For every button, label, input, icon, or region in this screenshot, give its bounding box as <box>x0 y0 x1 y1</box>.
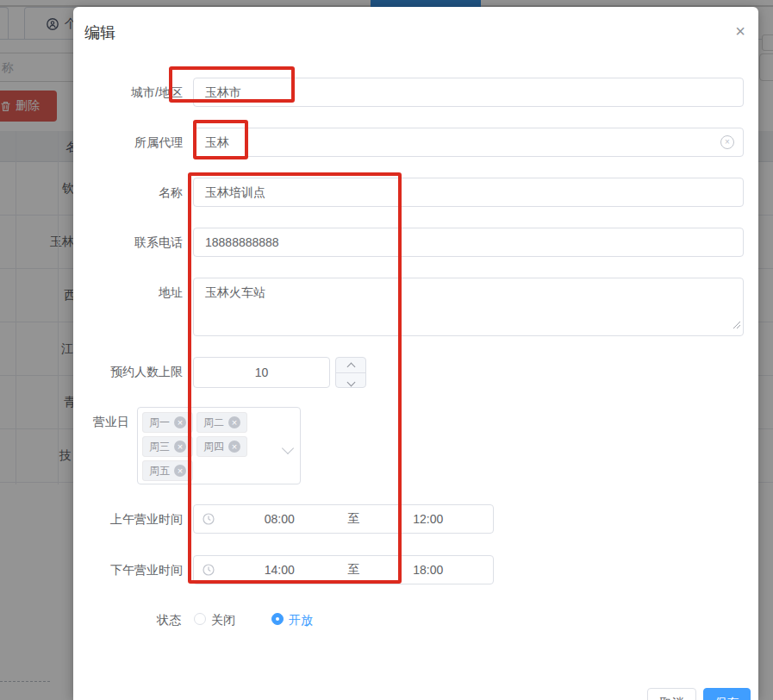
day-tag: 周三× <box>142 436 193 457</box>
day-tag: 周五× <box>142 460 193 481</box>
tag-close-icon[interactable]: × <box>174 416 186 428</box>
resize-grip-icon[interactable] <box>732 316 741 334</box>
radio-closed[interactable] <box>194 613 206 625</box>
annotation-box-city <box>169 66 295 103</box>
name-label: 名称 <box>73 178 183 207</box>
clear-icon[interactable]: × <box>720 135 734 149</box>
address-label: 地址 <box>73 278 183 307</box>
afternoon-hours-label: 下午营业时间 <box>73 555 183 584</box>
phone-label: 联系电话 <box>73 228 183 257</box>
screen: 个 称 删除 名 钦 玉林 西 江 青 技 编辑 × 城市/地区 玉林市 所属代… <box>0 0 773 700</box>
annotation-box-fields <box>188 172 402 584</box>
business-days-label: 营业日 <box>73 407 129 436</box>
tag-close-icon[interactable]: × <box>174 465 186 477</box>
booking-limit-row: 10 <box>73 357 758 388</box>
save-button[interactable]: 保存 <box>703 688 751 700</box>
annotation-box-agent <box>193 120 248 159</box>
city-label: 城市/地区 <box>73 78 183 107</box>
cancel-button[interactable]: 取消 <box>647 688 696 700</box>
dialog-title: 编辑 <box>84 22 115 43</box>
day-tag: 周一× <box>142 412 193 433</box>
morning-hours-label: 上午营业时间 <box>73 504 183 534</box>
close-icon[interactable]: × <box>728 19 752 43</box>
radio-open[interactable] <box>271 613 284 625</box>
edit-dialog: 编辑 × 城市/地区 玉林市 所属代理 玉林 × 名称 玉林培训点 联系电话 1… <box>73 7 758 700</box>
radio-open-label[interactable]: 开放 <box>289 613 313 627</box>
agent-input[interactable]: 玉林 × <box>193 128 744 157</box>
status-label: 状态 <box>73 605 181 634</box>
agent-label: 所属代理 <box>73 128 183 157</box>
tag-close-icon[interactable]: × <box>174 441 186 453</box>
radio-closed-label[interactable]: 关闭 <box>211 613 235 627</box>
